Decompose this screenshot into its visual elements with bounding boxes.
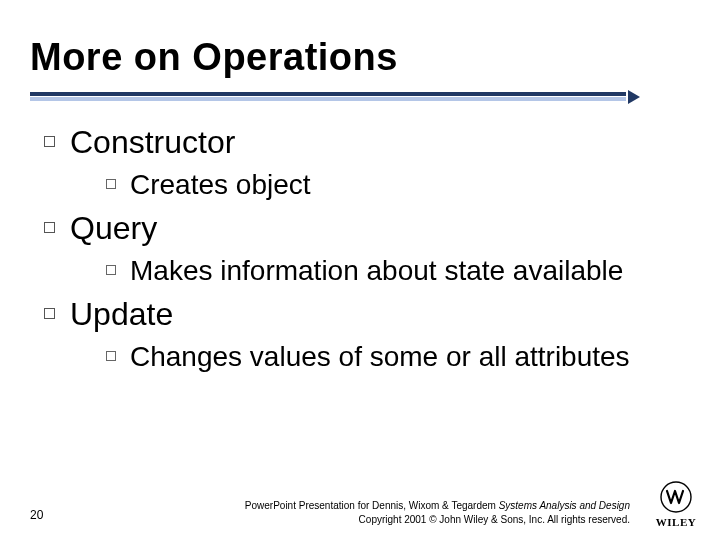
bullet-constructor: Constructor xyxy=(44,122,684,162)
sub-bullet-text: Changes values of some or all attributes xyxy=(130,341,630,372)
title-underline xyxy=(30,92,634,102)
content-area: Constructor Creates object Query Makes i… xyxy=(44,118,684,375)
publisher-brand: WILEY xyxy=(648,516,704,528)
sub-bullet-constructor: Creates object xyxy=(106,166,684,204)
footer-line-1: PowerPoint Presentation for Dennis, Wixo… xyxy=(245,500,630,511)
publisher-logo: WILEY xyxy=(648,480,704,528)
slide-title: More on Operations xyxy=(30,36,398,79)
footer-line-2: Copyright 2001 © John Wiley & Sons, Inc.… xyxy=(150,513,630,527)
sub-bullet-update: Changes values of some or all attributes xyxy=(106,338,684,376)
bullet-query: Query xyxy=(44,208,684,248)
footer: PowerPoint Presentation for Dennis, Wixo… xyxy=(150,499,630,526)
wiley-mark-icon xyxy=(657,480,695,514)
underline-bar-dark xyxy=(30,92,626,96)
underline-bar-light xyxy=(30,97,626,101)
sub-bullet-query: Makes information about state available xyxy=(106,252,684,290)
bullet-label: Query xyxy=(70,210,157,246)
bullet-label: Update xyxy=(70,296,173,332)
footer-credit-plain: PowerPoint Presentation for Dennis, Wixo… xyxy=(245,500,499,511)
slide: More on Operations Constructor Creates o… xyxy=(0,0,720,540)
arrow-right-icon xyxy=(628,90,640,104)
bullet-label: Constructor xyxy=(70,124,235,160)
sub-bullet-text: Makes information about state available xyxy=(130,255,623,286)
footer-credit-italic: Systems Analysis and Design xyxy=(499,500,630,511)
sub-bullet-text: Creates object xyxy=(130,169,311,200)
page-number: 20 xyxy=(30,508,43,522)
bullet-update: Update xyxy=(44,294,684,334)
